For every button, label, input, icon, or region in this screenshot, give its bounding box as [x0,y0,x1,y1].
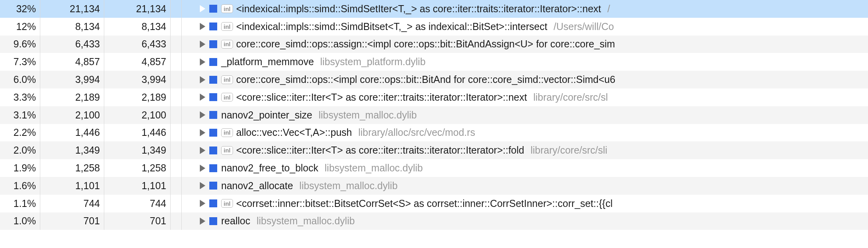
count1-cell: 4,857 [40,53,104,71]
source-path: library/core/src/sli [530,145,607,156]
symbol-cell: inl core::core_simd::ops::assign::<impl … [182,36,868,53]
disclosure-closed-icon[interactable] [200,94,205,101]
symbol-name: _platform_memmove [221,56,314,68]
count1-cell: 1,101 [40,177,104,195]
disclosure-closed-icon[interactable] [200,129,205,136]
spacer-cell [171,36,182,53]
percent-cell: 7.3% [0,53,40,71]
symbol-name: <corrset::inner::bitset::BitsetCorrSet<S… [236,198,612,209]
symbol-cell: nanov2_pointer_size libsystem_malloc.dyl… [182,106,868,124]
count2-cell: 1,446 [104,124,171,142]
count1-cell: 8,134 [40,18,104,36]
source-path: libsystem_platform.dylib [320,56,426,68]
count1-cell: 21,134 [40,0,104,18]
symbol-cell: inl <core::slice::iter::Iter<T> as core:… [182,141,868,159]
symbol-name: <indexical::impls::simd::SimdBitset<T,_>… [236,21,547,32]
inline-badge-icon: inl [221,199,233,208]
symbol-name: realloc [221,215,250,227]
count1-cell: 2,189 [40,88,104,106]
count1-cell: 701 [40,212,104,230]
count2-cell: 2,100 [104,106,171,124]
color-swatch-icon [209,58,217,66]
source-path: libsystem_malloc.dylib [257,215,355,227]
disclosure-closed-icon[interactable] [200,76,205,83]
spacer-cell [171,18,182,36]
symbol-cell: realloc libsystem_malloc.dylib [182,212,868,230]
count2-cell: 3,994 [104,71,171,88]
table-row[interactable]: 3.1% 2,100 2,100 nanov2_pointer_size lib… [0,106,868,124]
symbol-name: core::core_simd::ops::assign::<impl core… [236,38,615,50]
color-swatch-icon [209,164,217,172]
percent-cell: 32% [0,0,40,18]
spacer-cell [171,177,182,195]
profiler-call-tree: 32% 21,134 21,134 inl <indexical::impls:… [0,0,868,230]
disclosure-closed-icon[interactable] [200,200,205,207]
percent-cell: 6.0% [0,71,40,88]
disclosure-closed-icon[interactable] [200,23,205,30]
inline-badge-icon: inl [221,22,233,31]
disclosure-closed-icon[interactable] [200,111,205,118]
symbol-cell: inl <indexical::impls::simd::SimdBitset<… [182,18,868,36]
disclosure-closed-icon[interactable] [200,147,205,154]
count1-cell: 1,446 [40,124,104,142]
spacer-cell [171,124,182,142]
count1-cell: 1,258 [40,159,104,177]
disclosure-closed-icon[interactable] [200,41,205,48]
source-path: libsystem_malloc.dylib [325,162,423,174]
disclosure-closed-icon[interactable] [200,58,205,66]
symbol-cell: inl <corrset::inner::bitset::BitsetCorrS… [182,195,868,212]
inline-badge-icon: inl [221,146,233,155]
disclosure-open-icon[interactable] [200,5,205,12]
disclosure-closed-icon[interactable] [200,218,205,225]
count2-cell: 744 [104,195,171,212]
color-swatch-icon [209,5,217,13]
source-path: / [607,3,610,15]
table-row[interactable]: 2.2% 1,446 1,446 inl alloc::vec::Vec<T,A… [0,124,868,142]
symbol-cell: inl <core::slice::iter::Iter<T> as core:… [182,88,868,106]
table-row[interactable]: 3.3% 2,189 2,189 inl <core::slice::iter:… [0,88,868,106]
table-row[interactable]: 1.1% 744 744 inl <corrset::inner::bitset… [0,195,868,212]
color-swatch-icon [209,40,217,48]
table-row[interactable]: 9.6% 6,433 6,433 inl core::core_simd::op… [0,36,868,53]
symbol-name: alloc::vec::Vec<T,A>::push [236,127,352,138]
disclosure-closed-icon[interactable] [200,165,205,172]
color-swatch-icon [209,182,217,190]
count2-cell: 8,134 [104,18,171,36]
symbol-cell: _platform_memmove libsystem_platform.dyl… [182,53,868,71]
symbol-cell: inl core::core_simd::ops::<impl core::op… [182,71,868,88]
percent-cell: 2.0% [0,141,40,159]
symbol-cell: nanov2_allocate libsystem_malloc.dylib [182,177,868,195]
table-row[interactable]: 7.3% 4,857 4,857 _platform_memmove libsy… [0,53,868,71]
table-row[interactable]: 1.9% 1,258 1,258 nanov2_free_to_block li… [0,159,868,177]
spacer-cell [171,71,182,88]
disclosure-closed-icon[interactable] [200,182,205,189]
table-row[interactable]: 12% 8,134 8,134 inl <indexical::impls::s… [0,18,868,36]
spacer-cell [171,88,182,106]
table-row[interactable]: 1.0% 701 701 realloc libsystem_malloc.dy… [0,212,868,230]
count1-cell: 3,994 [40,71,104,88]
symbol-cell: nanov2_free_to_block libsystem_malloc.dy… [182,159,868,177]
symbol-cell: inl alloc::vec::Vec<T,A>::push library/a… [182,124,868,142]
percent-cell: 3.3% [0,88,40,106]
color-swatch-icon [209,93,217,101]
table-row[interactable]: 6.0% 3,994 3,994 inl core::core_simd::op… [0,71,868,88]
percent-cell: 1.1% [0,195,40,212]
count2-cell: 1,101 [104,177,171,195]
percent-cell: 1.9% [0,159,40,177]
count2-cell: 21,134 [104,0,171,18]
source-path: libsystem_malloc.dylib [319,109,417,121]
table-row[interactable]: 1.6% 1,101 1,101 nanov2_allocate libsyst… [0,177,868,195]
spacer-cell [171,0,182,18]
percent-cell: 1.6% [0,177,40,195]
spacer-cell [171,212,182,230]
source-path: library/alloc/src/vec/mod.rs [358,127,475,138]
table-row[interactable]: 32% 21,134 21,134 inl <indexical::impls:… [0,0,868,18]
source-path: /Users/will/Co [554,21,614,32]
symbol-cell: inl <indexical::impls::simd::SimdSetIter… [182,0,868,18]
percent-cell: 12% [0,18,40,36]
inline-badge-icon: inl [221,4,233,13]
color-swatch-icon [209,76,217,84]
table-row[interactable]: 2.0% 1,349 1,349 inl <core::slice::iter:… [0,141,868,159]
percent-cell: 9.6% [0,36,40,53]
symbol-name: core::core_simd::ops::<impl core::ops::b… [236,74,615,85]
